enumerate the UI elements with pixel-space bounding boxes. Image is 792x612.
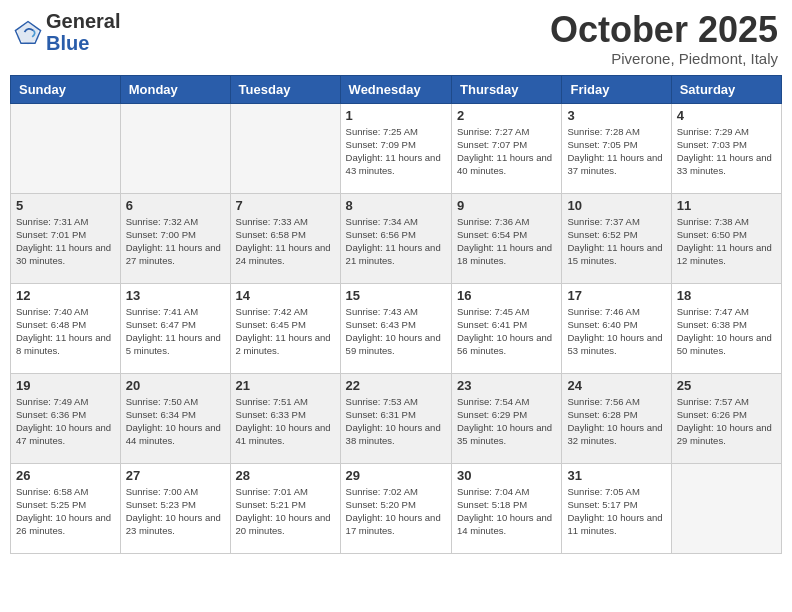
- day-number: 15: [346, 288, 446, 303]
- day-number: 18: [677, 288, 776, 303]
- calendar-cell: 2Sunrise: 7:27 AM Sunset: 7:07 PM Daylig…: [452, 103, 562, 193]
- day-info: Sunrise: 7:42 AM Sunset: 6:45 PM Dayligh…: [236, 305, 335, 358]
- calendar-cell: 4Sunrise: 7:29 AM Sunset: 7:03 PM Daylig…: [671, 103, 781, 193]
- location-subtitle: Piverone, Piedmont, Italy: [550, 50, 778, 67]
- calendar-cell: [11, 103, 121, 193]
- calendar-cell: 31Sunrise: 7:05 AM Sunset: 5:17 PM Dayli…: [562, 463, 671, 553]
- calendar-cell: 10Sunrise: 7:37 AM Sunset: 6:52 PM Dayli…: [562, 193, 671, 283]
- day-number: 30: [457, 468, 556, 483]
- day-number: 31: [567, 468, 665, 483]
- day-number: 10: [567, 198, 665, 213]
- logo-general-text: General: [46, 10, 120, 32]
- calendar-cell: 17Sunrise: 7:46 AM Sunset: 6:40 PM Dayli…: [562, 283, 671, 373]
- day-number: 26: [16, 468, 115, 483]
- weekday-header-sunday: Sunday: [11, 75, 121, 103]
- day-info: Sunrise: 7:57 AM Sunset: 6:26 PM Dayligh…: [677, 395, 776, 448]
- day-info: Sunrise: 7:36 AM Sunset: 6:54 PM Dayligh…: [457, 215, 556, 268]
- day-info: Sunrise: 7:01 AM Sunset: 5:21 PM Dayligh…: [236, 485, 335, 538]
- weekday-header-saturday: Saturday: [671, 75, 781, 103]
- calendar-cell: 15Sunrise: 7:43 AM Sunset: 6:43 PM Dayli…: [340, 283, 451, 373]
- weekday-header-thursday: Thursday: [452, 75, 562, 103]
- day-number: 4: [677, 108, 776, 123]
- weekday-header-tuesday: Tuesday: [230, 75, 340, 103]
- calendar-cell: 20Sunrise: 7:50 AM Sunset: 6:34 PM Dayli…: [120, 373, 230, 463]
- day-info: Sunrise: 7:05 AM Sunset: 5:17 PM Dayligh…: [567, 485, 665, 538]
- week-row-4: 19Sunrise: 7:49 AM Sunset: 6:36 PM Dayli…: [11, 373, 782, 463]
- day-info: Sunrise: 7:31 AM Sunset: 7:01 PM Dayligh…: [16, 215, 115, 268]
- day-number: 24: [567, 378, 665, 393]
- logo-blue-text: Blue: [46, 32, 89, 54]
- day-number: 23: [457, 378, 556, 393]
- day-info: Sunrise: 6:58 AM Sunset: 5:25 PM Dayligh…: [16, 485, 115, 538]
- day-info: Sunrise: 7:28 AM Sunset: 7:05 PM Dayligh…: [567, 125, 665, 178]
- calendar-cell: 3Sunrise: 7:28 AM Sunset: 7:05 PM Daylig…: [562, 103, 671, 193]
- day-info: Sunrise: 7:27 AM Sunset: 7:07 PM Dayligh…: [457, 125, 556, 178]
- week-row-3: 12Sunrise: 7:40 AM Sunset: 6:48 PM Dayli…: [11, 283, 782, 373]
- day-number: 17: [567, 288, 665, 303]
- calendar-cell: 29Sunrise: 7:02 AM Sunset: 5:20 PM Dayli…: [340, 463, 451, 553]
- day-number: 19: [16, 378, 115, 393]
- calendar-cell: [120, 103, 230, 193]
- calendar-cell: 27Sunrise: 7:00 AM Sunset: 5:23 PM Dayli…: [120, 463, 230, 553]
- week-row-2: 5Sunrise: 7:31 AM Sunset: 7:01 PM Daylig…: [11, 193, 782, 283]
- day-number: 2: [457, 108, 556, 123]
- day-number: 11: [677, 198, 776, 213]
- day-info: Sunrise: 7:43 AM Sunset: 6:43 PM Dayligh…: [346, 305, 446, 358]
- logo: General Blue: [14, 10, 120, 54]
- day-number: 27: [126, 468, 225, 483]
- day-number: 5: [16, 198, 115, 213]
- calendar-cell: 5Sunrise: 7:31 AM Sunset: 7:01 PM Daylig…: [11, 193, 121, 283]
- day-number: 3: [567, 108, 665, 123]
- weekday-header-wednesday: Wednesday: [340, 75, 451, 103]
- calendar-cell: 16Sunrise: 7:45 AM Sunset: 6:41 PM Dayli…: [452, 283, 562, 373]
- day-info: Sunrise: 7:41 AM Sunset: 6:47 PM Dayligh…: [126, 305, 225, 358]
- day-info: Sunrise: 7:04 AM Sunset: 5:18 PM Dayligh…: [457, 485, 556, 538]
- calendar-cell: 13Sunrise: 7:41 AM Sunset: 6:47 PM Dayli…: [120, 283, 230, 373]
- day-info: Sunrise: 7:29 AM Sunset: 7:03 PM Dayligh…: [677, 125, 776, 178]
- page-header: General Blue October 2025 Piverone, Pied…: [10, 10, 782, 67]
- calendar-table: SundayMondayTuesdayWednesdayThursdayFrid…: [10, 75, 782, 554]
- day-info: Sunrise: 7:47 AM Sunset: 6:38 PM Dayligh…: [677, 305, 776, 358]
- calendar-cell: [230, 103, 340, 193]
- day-number: 8: [346, 198, 446, 213]
- day-number: 29: [346, 468, 446, 483]
- day-number: 9: [457, 198, 556, 213]
- day-number: 14: [236, 288, 335, 303]
- day-info: Sunrise: 7:40 AM Sunset: 6:48 PM Dayligh…: [16, 305, 115, 358]
- month-title: October 2025: [550, 10, 778, 50]
- calendar-cell: 18Sunrise: 7:47 AM Sunset: 6:38 PM Dayli…: [671, 283, 781, 373]
- calendar-cell: 6Sunrise: 7:32 AM Sunset: 7:00 PM Daylig…: [120, 193, 230, 283]
- day-info: Sunrise: 7:54 AM Sunset: 6:29 PM Dayligh…: [457, 395, 556, 448]
- calendar-cell: 1Sunrise: 7:25 AM Sunset: 7:09 PM Daylig…: [340, 103, 451, 193]
- calendar-cell: 25Sunrise: 7:57 AM Sunset: 6:26 PM Dayli…: [671, 373, 781, 463]
- calendar-cell: 7Sunrise: 7:33 AM Sunset: 6:58 PM Daylig…: [230, 193, 340, 283]
- day-number: 20: [126, 378, 225, 393]
- day-info: Sunrise: 7:46 AM Sunset: 6:40 PM Dayligh…: [567, 305, 665, 358]
- weekday-header-friday: Friday: [562, 75, 671, 103]
- day-info: Sunrise: 7:37 AM Sunset: 6:52 PM Dayligh…: [567, 215, 665, 268]
- week-row-1: 1Sunrise: 7:25 AM Sunset: 7:09 PM Daylig…: [11, 103, 782, 193]
- calendar-cell: 14Sunrise: 7:42 AM Sunset: 6:45 PM Dayli…: [230, 283, 340, 373]
- day-info: Sunrise: 7:56 AM Sunset: 6:28 PM Dayligh…: [567, 395, 665, 448]
- weekday-header-monday: Monday: [120, 75, 230, 103]
- day-number: 7: [236, 198, 335, 213]
- week-row-5: 26Sunrise: 6:58 AM Sunset: 5:25 PM Dayli…: [11, 463, 782, 553]
- calendar-cell: 9Sunrise: 7:36 AM Sunset: 6:54 PM Daylig…: [452, 193, 562, 283]
- day-info: Sunrise: 7:51 AM Sunset: 6:33 PM Dayligh…: [236, 395, 335, 448]
- day-number: 12: [16, 288, 115, 303]
- title-area: October 2025 Piverone, Piedmont, Italy: [550, 10, 778, 67]
- day-info: Sunrise: 7:02 AM Sunset: 5:20 PM Dayligh…: [346, 485, 446, 538]
- day-number: 16: [457, 288, 556, 303]
- day-info: Sunrise: 7:49 AM Sunset: 6:36 PM Dayligh…: [16, 395, 115, 448]
- weekday-header-row: SundayMondayTuesdayWednesdayThursdayFrid…: [11, 75, 782, 103]
- day-info: Sunrise: 7:33 AM Sunset: 6:58 PM Dayligh…: [236, 215, 335, 268]
- day-number: 6: [126, 198, 225, 213]
- day-info: Sunrise: 7:50 AM Sunset: 6:34 PM Dayligh…: [126, 395, 225, 448]
- day-info: Sunrise: 7:45 AM Sunset: 6:41 PM Dayligh…: [457, 305, 556, 358]
- calendar-cell: 30Sunrise: 7:04 AM Sunset: 5:18 PM Dayli…: [452, 463, 562, 553]
- calendar-cell: [671, 463, 781, 553]
- calendar-cell: 19Sunrise: 7:49 AM Sunset: 6:36 PM Dayli…: [11, 373, 121, 463]
- day-number: 1: [346, 108, 446, 123]
- day-number: 22: [346, 378, 446, 393]
- calendar-cell: 24Sunrise: 7:56 AM Sunset: 6:28 PM Dayli…: [562, 373, 671, 463]
